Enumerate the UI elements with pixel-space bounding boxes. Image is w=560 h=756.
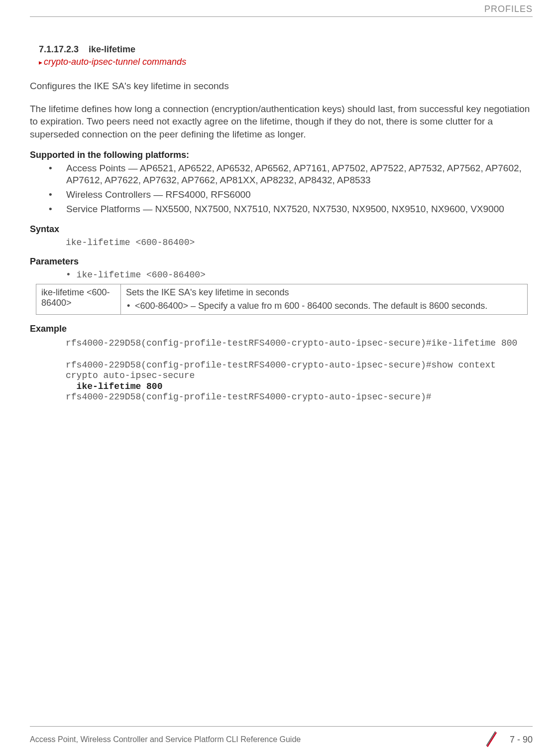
example-line: rfs4000-229D58(config-profile-testRFS400… (66, 392, 432, 402)
example-line: rfs4000-229D58(config-profile-testRFS400… (66, 338, 517, 348)
section-number: 7.1.17.2.3 (39, 44, 79, 55)
breadcrumb-arrow-icon: ▸ (39, 58, 42, 66)
footer-guide-title: Access Point, Wireless Controller and Se… (30, 735, 301, 744)
svg-line-1 (486, 732, 495, 746)
parameters-table: ike-lifetime <600-86400> Sets the IKE SA… (36, 284, 528, 315)
example-code: rfs4000-229D58(config-profile-testRFS400… (66, 338, 533, 403)
table-row: ike-lifetime <600-86400> Sets the IKE SA… (36, 284, 528, 315)
slash-icon (483, 731, 501, 749)
syntax-heading: Syntax (30, 224, 533, 235)
example-heading: Example (30, 324, 533, 334)
header-divider (30, 16, 533, 17)
example-line-bold: ike-lifetime 800 (66, 381, 162, 391)
breadcrumb-text: crypto-auto-ipsec-tunnel commands (44, 57, 186, 67)
breadcrumb[interactable]: ▸crypto-auto-ipsec-tunnel commands (39, 57, 533, 67)
section-title: ike-lifetime (89, 44, 135, 54)
example-line: crypto auto-ipsec-secure (66, 371, 195, 380)
svg-line-0 (487, 733, 496, 747)
param-desc-line1: Sets the IKE SA's key lifetime in second… (126, 287, 522, 298)
param-desc-cell: Sets the IKE SA's key lifetime in second… (121, 284, 528, 315)
parameters-heading: Parameters (30, 256, 533, 267)
parameters-bullet: • ike-lifetime <600-86400> (66, 270, 533, 280)
footer-page-number: 7 - 90 (510, 735, 533, 745)
page-footer: Access Point, Wireless Controller and Se… (30, 726, 533, 749)
list-item: Access Points — AP6521, AP6522, AP6532, … (49, 162, 533, 187)
param-name-cell: ike-lifetime <600-86400> (36, 284, 121, 315)
supported-list: Access Points — AP6521, AP6522, AP6532, … (30, 162, 533, 216)
intro-paragraph-2: The lifetime defines how long a connecti… (30, 103, 533, 141)
supported-heading: Supported in the following platforms: (30, 150, 533, 160)
list-item: Service Platforms — NX5500, NX7500, NX75… (49, 203, 533, 216)
list-item: Wireless Controllers — RFS4000, RFS6000 (49, 189, 533, 201)
example-line: rfs4000-229D58(config-profile-testRFS400… (66, 360, 496, 370)
section-heading: 7.1.17.2.3 ike-lifetime (39, 44, 533, 55)
param-desc-line2: <600-86400> – Specify a value fro m 600 … (126, 301, 522, 311)
header-category: PROFILES (30, 0, 533, 16)
syntax-code: ike-lifetime <600-86400> (66, 238, 533, 248)
intro-paragraph-1: Configures the IKE SA's key lifetime in … (30, 80, 533, 93)
